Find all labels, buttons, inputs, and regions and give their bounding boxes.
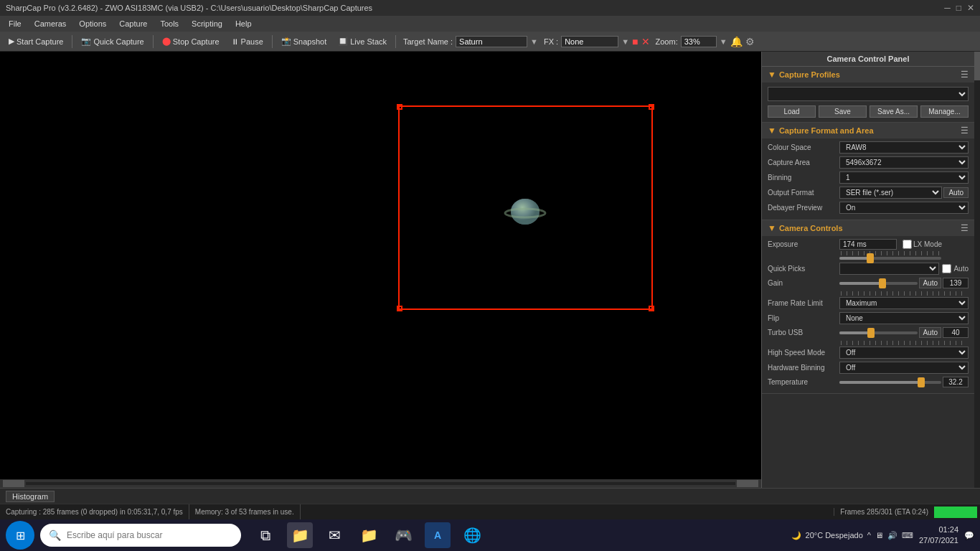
start-capture-button[interactable]: ▶ Start Capture (4, 35, 67, 47)
pause-button[interactable]: ⏸ Pause (227, 36, 268, 47)
fx-select[interactable] (561, 36, 618, 47)
red-square-icon[interactable]: ■ (632, 36, 638, 47)
snapshot-icon: 📸 (281, 37, 291, 46)
fx-dropdown-icon[interactable]: ▼ (621, 37, 629, 46)
maximize-button[interactable]: □ (956, 3, 961, 13)
settings-icon[interactable]: ⚙ (745, 36, 755, 47)
scroll-left-btn[interactable] (3, 480, 24, 487)
game-button[interactable]: 🎮 (390, 522, 416, 548)
close-red-icon[interactable]: ✕ (641, 36, 650, 47)
exposure-slider[interactable] (839, 257, 941, 260)
capture-format-header[interactable]: ▼ Capture Format and Area ☰ (762, 123, 974, 138)
target-name-label: Target Name : (403, 37, 453, 46)
histogram-button[interactable]: Histogram (6, 491, 55, 502)
quick-capture-button[interactable]: 📷 Quick Capture (77, 35, 148, 47)
high-speed-label: High Speed Mode (768, 349, 839, 357)
corner-br[interactable] (649, 306, 654, 311)
expand-tray-icon[interactable]: ^ (867, 531, 871, 540)
gain-slider[interactable] (839, 282, 918, 285)
stop-capture-button[interactable]: ⬤ Stop Capture (158, 35, 224, 47)
panel-scrollbar-track[interactable] (974, 52, 980, 488)
high-speed-select[interactable]: Off (839, 347, 969, 359)
controls-menu-icon[interactable]: ☰ (961, 223, 969, 233)
app-a-button[interactable]: A (425, 522, 451, 548)
gain-thumb[interactable] (879, 278, 886, 288)
target-name-input[interactable] (456, 36, 527, 47)
taskbar-search-input[interactable] (67, 530, 232, 540)
volume-icon[interactable]: 🔊 (887, 531, 897, 540)
binning-select[interactable]: 1 (839, 171, 969, 184)
scroll-right-btn[interactable] (737, 480, 758, 487)
menu-options[interactable]: Options (73, 18, 112, 29)
live-stack-button[interactable]: 🔲 Live Stack (334, 35, 391, 47)
exposure-input[interactable] (839, 239, 897, 250)
target-dropdown-icon[interactable]: ▼ (530, 37, 538, 46)
file-explorer-button[interactable]: 📁 (287, 522, 313, 548)
lx-mode-checkbox[interactable] (903, 240, 912, 249)
corner-tr[interactable] (649, 104, 654, 110)
taskbar-clock[interactable]: 01:24 27/07/2021 (919, 524, 958, 547)
turbo-usb-thumb[interactable] (867, 328, 875, 338)
debayer-preview-select[interactable]: On (839, 202, 969, 214)
format-menu-icon[interactable]: ☰ (961, 126, 969, 136)
menu-tools[interactable]: Tools (154, 18, 184, 29)
snapshot-button[interactable]: 📸 Snapshot (277, 35, 331, 47)
menu-scripting[interactable]: Scripting (186, 18, 228, 29)
start-button[interactable]: ⊞ (6, 521, 34, 550)
flip-select[interactable]: None (839, 312, 969, 324)
corner-tl[interactable] (397, 104, 402, 110)
output-auto-button[interactable]: Auto (943, 187, 969, 198)
frame-rate-select[interactable]: Maximum (839, 297, 969, 309)
capture-profiles-header[interactable]: ▼ Capture Profiles ☰ (762, 67, 974, 83)
camera-controls-header[interactable]: ▼ Camera Controls ☰ (762, 220, 974, 236)
horizontal-scrollbar[interactable] (0, 479, 761, 488)
taskbar-search-box[interactable]: 🔍 (40, 524, 241, 547)
task-view-button[interactable]: ⧉ (253, 522, 278, 548)
turbo-usb-auto-button[interactable]: Auto (919, 327, 941, 338)
profiles-menu-icon[interactable]: ☰ (961, 70, 969, 80)
profiles-toggle-icon[interactable]: ▼ (768, 70, 776, 80)
zoom-dropdown-icon[interactable]: ▼ (720, 37, 727, 46)
turbo-usb-value-input[interactable] (943, 327, 969, 338)
colour-space-select[interactable]: RAW8 (839, 141, 969, 154)
exposure-thumb[interactable] (867, 253, 874, 263)
auto-checkbox[interactable] (942, 264, 951, 273)
corner-bl[interactable] (397, 306, 402, 311)
quick-picks-select[interactable] (839, 263, 939, 275)
minimize-button[interactable]: ─ (944, 3, 951, 13)
hardware-binning-label: Hardware Binning (768, 364, 839, 372)
gain-auto-button[interactable]: Auto (919, 278, 941, 288)
menu-capture[interactable]: Capture (113, 18, 153, 29)
network-icon[interactable]: 🖥 (875, 531, 883, 540)
manage-button[interactable]: Manage... (920, 105, 969, 118)
notifications-icon[interactable]: 💬 (964, 531, 974, 540)
panel-scrollbar-thumb[interactable] (974, 52, 980, 80)
weather-icon: 🌙 (791, 531, 801, 540)
hardware-binning-select[interactable]: Off (839, 362, 969, 374)
format-toggle-icon[interactable]: ▼ (768, 126, 776, 136)
save-button[interactable]: Save (819, 105, 867, 118)
mail-button[interactable]: ✉ (321, 522, 347, 548)
load-button[interactable]: Load (768, 105, 816, 118)
profile-dropdown[interactable] (768, 87, 969, 101)
output-format-select[interactable]: SER file (*.ser) (839, 187, 942, 199)
folder-button[interactable]: 📁 (356, 522, 382, 548)
camera-view[interactable] (0, 52, 761, 488)
temperature-slider[interactable] (839, 381, 941, 384)
controls-toggle-icon[interactable]: ▼ (768, 223, 776, 233)
gain-value-input[interactable] (943, 278, 969, 288)
browser-button[interactable]: 🌐 (459, 522, 485, 548)
menu-cameras[interactable]: Cameras (29, 18, 72, 29)
keyboard-icon[interactable]: ⌨ (902, 531, 913, 540)
menu-help[interactable]: Help (230, 18, 258, 29)
menu-file[interactable]: File (3, 18, 27, 29)
debayer-preview-row: Debayer Preview On (768, 202, 969, 214)
zoom-input[interactable] (681, 36, 717, 47)
capture-area-select[interactable]: 5496x3672 (839, 156, 969, 169)
window-controls[interactable]: ─ □ ✕ (944, 3, 974, 13)
alert-icon[interactable]: 🔔 (730, 36, 743, 47)
turbo-usb-slider[interactable] (839, 331, 918, 334)
pause-icon: ⏸ (231, 37, 239, 46)
save-as-button[interactable]: Save As... (870, 105, 918, 118)
close-button[interactable]: ✕ (967, 3, 974, 13)
